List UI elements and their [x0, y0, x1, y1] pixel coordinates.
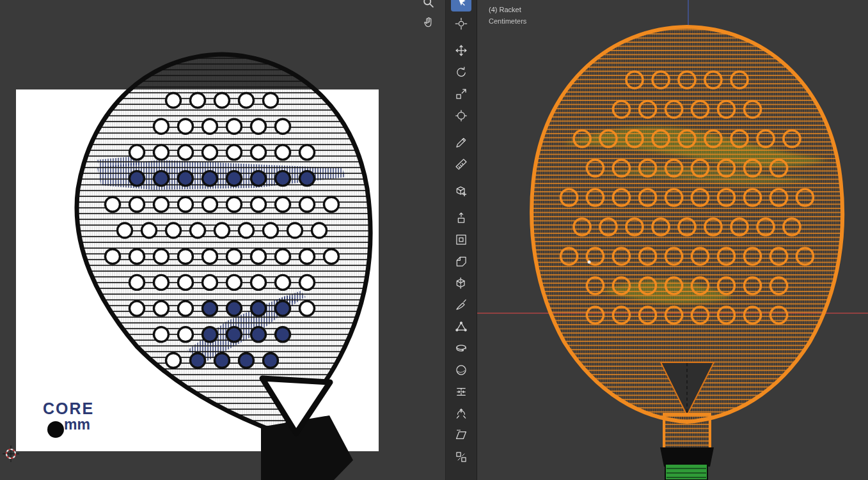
- string-hole: [276, 171, 290, 186]
- string-hole: [227, 327, 242, 342]
- string-hole: [324, 249, 339, 264]
- tool-add-cube[interactable]: [451, 182, 471, 201]
- string-hole: [264, 223, 278, 238]
- tool-knife[interactable]: [451, 295, 471, 314]
- string-hole: [130, 145, 145, 160]
- move-icon: [455, 44, 468, 57]
- string-hole: [239, 93, 254, 108]
- string-hole: [203, 145, 217, 160]
- tool-shear[interactable]: [451, 426, 471, 445]
- tool-scale[interactable]: [451, 84, 471, 104]
- measure-icon: [455, 158, 468, 171]
- tool-loop-cut[interactable]: [451, 274, 471, 293]
- string-hole: [227, 197, 242, 212]
- string-hole: [178, 327, 193, 342]
- add-cube-icon: [455, 185, 468, 197]
- logo-dot: [47, 421, 64, 438]
- string-hole: [251, 275, 266, 290]
- tool-rotate[interactable]: [451, 63, 471, 82]
- string-hole: [130, 171, 145, 186]
- string-hole: [227, 119, 242, 134]
- string-hole: [227, 145, 242, 160]
- string-hole: [215, 353, 230, 368]
- viewport-3d[interactable]: (4) Racket Centimeters: [477, 0, 868, 480]
- string-hole: [203, 119, 217, 134]
- shear-icon: [455, 429, 468, 442]
- string-hole: [288, 223, 303, 238]
- tool-transform[interactable]: [451, 106, 471, 125]
- string-hole: [191, 93, 205, 108]
- select-box-icon: [455, 0, 468, 8]
- inset-faces-icon: [455, 233, 468, 246]
- tool-shrink-fatten[interactable]: [451, 404, 471, 423]
- edit-racket: [532, 27, 842, 480]
- string-hole: [178, 145, 193, 160]
- tool-shelf: [445, 0, 477, 480]
- string-hole: [251, 197, 266, 212]
- tool-inset-faces[interactable]: [451, 230, 471, 249]
- viewport-reference[interactable]: CORE mm: [0, 0, 445, 480]
- string-hole: [154, 249, 169, 264]
- string-hole: [118, 223, 132, 238]
- tool-spin[interactable]: [451, 339, 471, 358]
- string-hole: [251, 145, 266, 160]
- cursor-icon: [455, 17, 468, 30]
- tool-measure[interactable]: [451, 155, 471, 174]
- string-hole: [239, 223, 254, 238]
- string-hole: [264, 93, 278, 108]
- annotate-icon: [455, 136, 468, 149]
- bevel-icon: [455, 255, 468, 268]
- tool-select-box[interactable]: [451, 0, 471, 12]
- transform-icon: [455, 109, 468, 122]
- tool-poly-build[interactable]: [451, 317, 471, 336]
- string-hole: [203, 327, 217, 342]
- tool-cursor[interactable]: [451, 14, 471, 33]
- edit-canvas[interactable]: [477, 0, 868, 480]
- string-hole: [276, 145, 290, 160]
- tool-move[interactable]: [451, 41, 471, 60]
- string-hole: [154, 301, 169, 316]
- tool-annotate[interactable]: [451, 133, 471, 152]
- string-hole: [239, 353, 254, 368]
- string-hole: [251, 171, 266, 186]
- brand-text: CORE: [43, 399, 94, 417]
- string-hole: [312, 223, 327, 238]
- tool-smooth[interactable]: [451, 360, 471, 380]
- string-hole: [276, 275, 290, 290]
- spin-icon: [455, 342, 468, 355]
- blender-window: CORE mm: [0, 0, 868, 480]
- racket-handle-edit: [664, 414, 710, 450]
- string-hole: [130, 249, 145, 264]
- tool-bevel[interactable]: [451, 252, 471, 271]
- string-hole: [203, 275, 217, 290]
- string-hole: [276, 119, 290, 134]
- string-hole: [130, 275, 145, 290]
- zoom-icon[interactable]: [421, 0, 436, 10]
- string-hole: [215, 223, 230, 238]
- pan-hand-icon[interactable]: [421, 15, 436, 30]
- shrink-fatten-icon: [455, 407, 468, 420]
- string-hole: [203, 249, 217, 264]
- string-hole: [276, 327, 290, 342]
- string-hole: [154, 145, 169, 160]
- poly-build-icon: [455, 320, 468, 333]
- string-hole: [191, 353, 205, 368]
- rotate-icon: [455, 66, 468, 79]
- string-hole: [300, 249, 315, 264]
- tool-extrude-region[interactable]: [451, 208, 471, 228]
- string-hole: [276, 197, 290, 212]
- string-hole: [154, 197, 169, 212]
- tool-rip-region[interactable]: [451, 447, 471, 467]
- string-hole: [178, 275, 193, 290]
- tool-edge-slide[interactable]: [451, 382, 471, 401]
- string-hole: [276, 249, 290, 264]
- string-hole: [178, 119, 193, 134]
- string-hole: [203, 197, 217, 212]
- string-hole: [166, 353, 181, 368]
- string-hole: [154, 327, 169, 342]
- string-hole: [106, 249, 120, 264]
- reference-canvas[interactable]: CORE mm: [0, 0, 445, 480]
- string-hole: [142, 223, 157, 238]
- string-hole: [251, 119, 266, 134]
- string-hole: [227, 275, 242, 290]
